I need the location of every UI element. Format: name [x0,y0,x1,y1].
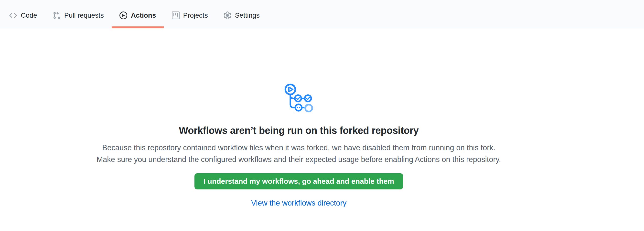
tab-settings[interactable]: Settings [216,3,268,28]
workflow-progress-node [295,104,302,111]
workflow-queued-node [305,105,312,111]
view-workflows-directory-link[interactable]: View the workflows directory [251,199,347,207]
actions-blankslate: Workflows aren’t being run on this forke… [0,28,598,209]
workflow-graph-icon [284,83,314,114]
code-icon [9,12,17,19]
git-pull-request-icon [53,12,60,19]
tab-pull-requests[interactable]: Pull requests [45,3,112,28]
tab-actions[interactable]: Actions [112,3,164,28]
workflow-play-node [285,84,295,94]
tab-projects-label: Projects [183,12,208,19]
tab-pull-requests-label: Pull requests [64,12,104,19]
workflow-branch-line-2 [290,94,295,108]
tab-settings-label: Settings [235,12,260,19]
workflow-check-2 [306,97,310,99]
workflow-progress-dot [299,107,300,108]
tab-code[interactable]: Code [2,3,45,28]
enable-workflows-button[interactable]: I understand my workflows, go ahead and … [194,173,403,189]
project-icon [172,12,180,19]
workflow-check-1 [296,97,300,99]
blankslate-heading: Workflows aren’t being run on this forke… [0,124,598,137]
tab-actions-label: Actions [131,12,156,19]
workflow-play-triangle [289,87,293,92]
tab-projects[interactable]: Projects [164,3,216,28]
play-icon [120,12,127,19]
repo-tab-nav: Code Pull requests Actions Projects Sett… [0,0,644,28]
blankslate-description: Because this repository contained workfl… [92,142,505,165]
workflow-progress-dot [297,107,298,108]
tab-code-label: Code [21,12,37,19]
gear-icon [224,12,231,19]
